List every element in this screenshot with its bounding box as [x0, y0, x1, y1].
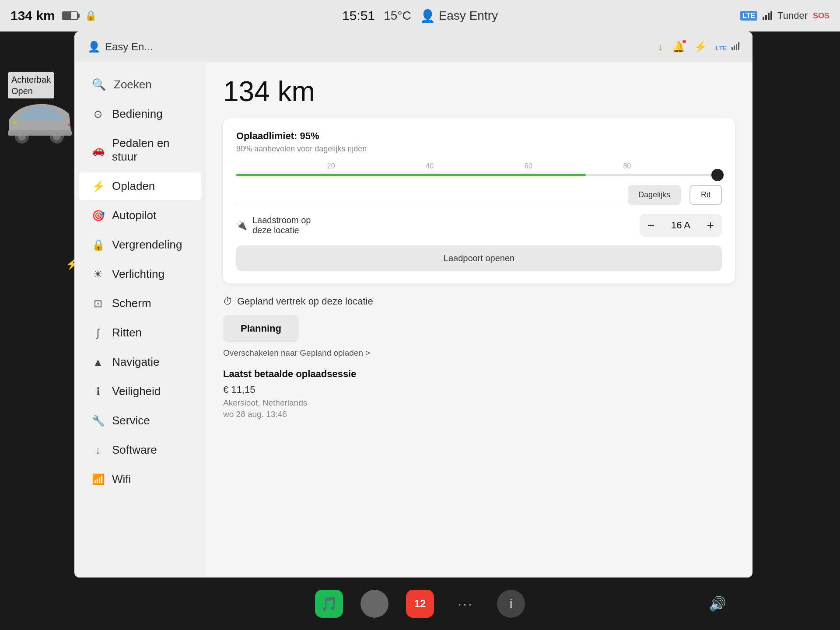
laatste-section: Laatst betaalde oplaadsessie € 11,15 Ake… [223, 368, 735, 419]
bottom-dock: 🎵 12 ··· i 🔊 [0, 578, 840, 630]
laatste-amount: € 11,15 [223, 384, 735, 396]
current-value: 16 A [662, 220, 699, 231]
rit-button[interactable]: Rit [690, 185, 722, 205]
sidebar-item-ritten[interactable]: ∫ Ritten [79, 319, 201, 346]
sidebar-item-pedalen[interactable]: 🚗 Pedalen en stuur [79, 130, 201, 171]
vergrendeling-label: Vergrendeling [112, 238, 182, 252]
slider-thumb[interactable] [711, 169, 724, 181]
download-icon[interactable]: ↓ [658, 41, 663, 53]
current-increase-button[interactable]: + [699, 214, 722, 237]
service-label: Service [112, 414, 150, 427]
scherm-icon: ⊡ [92, 298, 104, 310]
status-temp: 15°C [384, 9, 411, 23]
status-km: 134 km [10, 8, 55, 23]
veiligheid-icon: ℹ [92, 385, 104, 398]
right-panel: 134 km Oplaadlimiet: 95% 80% aanbevolen … [206, 62, 752, 578]
slider-fill [236, 174, 586, 176]
sidebar-item-vergrendeling[interactable]: 🔒 Vergrendeling [79, 231, 201, 259]
dagelijks-button[interactable]: Dagelijks [628, 185, 681, 205]
info-icon: i [510, 597, 512, 611]
sub-profile-label: Easy En... [105, 41, 153, 53]
sidebar-item-verlichting[interactable]: ☀ Verlichting [79, 260, 201, 288]
charge-limit-label: Oplaadlimiet: 95% [236, 130, 722, 142]
laatste-location: Akersloot, Netherlands [223, 398, 735, 408]
sub-profile-icon: 👤 [88, 41, 101, 53]
vergrendeling-icon: 🔒 [92, 239, 104, 251]
charge-card: Oplaadlimiet: 95% 80% aanbevolen voor da… [223, 118, 735, 284]
range-display: 134 km [223, 75, 735, 108]
dock-info[interactable]: i [497, 590, 525, 618]
autopilot-icon: 🎯 [92, 210, 104, 222]
slider-track[interactable] [236, 174, 722, 176]
achterbak-status: Achterbak Open [8, 72, 54, 98]
bluetooth-icon[interactable]: ⚡ [694, 41, 707, 53]
current-row: 🔌 Laadstroom opdeze locatie − 16 A + [236, 205, 722, 237]
search-icon: 🔍 [92, 78, 106, 91]
sidebar-item-software[interactable]: ↓ Software [79, 436, 201, 464]
verlichting-label: Verlichting [112, 267, 164, 281]
planning-button[interactable]: Planning [223, 315, 299, 342]
service-icon: 🔧 [92, 415, 104, 427]
navigatie-icon: ▲ [92, 356, 104, 368]
sub-profile: 👤 Easy En... [88, 41, 153, 53]
carrier-label: Tunder [777, 10, 808, 21]
veiligheid-label: Veiligheid [112, 385, 161, 398]
sidebar-item-wifi[interactable]: 📶 Wifi [79, 466, 201, 493]
status-center: 15:51 15°C 👤 Easy Entry [284, 8, 556, 23]
bell-icon[interactable]: 🔔 [672, 41, 685, 53]
sidebar-item-scherm[interactable]: ⊡ Scherm [79, 290, 201, 317]
sidebar-item-veiligheid[interactable]: ℹ Veiligheid [79, 378, 201, 405]
ritten-label: Ritten [112, 326, 142, 340]
status-right: LTE Tunder SOS [556, 10, 830, 21]
gepland-section: ⏱ Gepland vertrek op deze locatie Planni… [223, 296, 735, 358]
gepland-opladen-link[interactable]: Overschakelen naar Gepland opladen > [223, 348, 735, 358]
dock-calendar[interactable]: 12 [406, 590, 434, 618]
software-label: Software [112, 443, 157, 457]
volume-control[interactable]: 🔊 [709, 595, 726, 612]
sidebar-item-opladen[interactable]: ⚡ Opladen [79, 172, 201, 200]
pedalen-icon: 🚗 [92, 144, 104, 156]
svg-point-6 [68, 123, 70, 126]
svg-point-5 [14, 121, 17, 124]
slider-label-20: 20 [327, 162, 335, 170]
wifi-icon: 📶 [92, 473, 104, 486]
gepland-title-text: Gepland vertrek op deze locatie [237, 296, 373, 307]
sos-label: SOS [813, 11, 830, 21]
opladen-icon: ⚡ [92, 180, 104, 192]
slider-label-60: 60 [525, 162, 532, 170]
sub-status-icons: ↓ 🔔 ⚡ LTE [658, 41, 739, 53]
sidebar-item-autopilot[interactable]: 🎯 Autopilot [79, 202, 201, 229]
dock-circle[interactable] [360, 590, 388, 618]
status-left: 134 km 🔒 [10, 8, 284, 23]
clock-icon: ⏱ [223, 296, 233, 307]
dock-spotify[interactable]: 🎵 [315, 590, 343, 618]
battery-icon [62, 11, 78, 20]
more-icon: ··· [458, 596, 473, 612]
sidebar-item-service[interactable]: 🔧 Service [79, 407, 201, 434]
current-controls: − 16 A + [640, 214, 722, 237]
wifi-label: Wifi [112, 472, 131, 486]
dock-more[interactable]: ··· [452, 590, 480, 618]
laadpoort-button[interactable]: Laadpoort openen [236, 245, 722, 271]
slider-container[interactable] [236, 174, 722, 176]
sidebar-item-navigatie[interactable]: ▲ Navigatie [79, 348, 201, 376]
sidebar: 🔍 Zoeken ⊙ Bediening 🚗 Pedalen en stuur … [74, 62, 206, 578]
ritten-icon: ∫ [92, 327, 104, 339]
opladen-label: Opladen [112, 179, 155, 193]
software-icon: ↓ [92, 444, 104, 456]
current-decrease-button[interactable]: − [640, 214, 662, 237]
laatste-title: Laatst betaalde oplaadsessie [223, 368, 735, 380]
speaker-icon: 🔊 [709, 596, 726, 612]
sidebar-search[interactable]: 🔍 Zoeken [79, 71, 201, 98]
navigatie-label: Navigatie [112, 355, 159, 369]
slider-labels: 20 40 60 80 [236, 162, 722, 170]
gepland-title: ⏱ Gepland vertrek op deze locatie [223, 296, 735, 307]
search-label: Zoeken [114, 78, 152, 91]
car-svg [4, 101, 74, 144]
bediening-label: Bediening [112, 107, 163, 121]
slider-mode-buttons: Dagelijks Rit [236, 185, 722, 205]
laatste-date: wo 28 aug. 13:46 [223, 410, 735, 419]
main-content: 🔍 Zoeken ⊙ Bediening 🚗 Pedalen en stuur … [74, 62, 752, 578]
verlichting-icon: ☀ [92, 268, 104, 280]
sidebar-item-bediening[interactable]: ⊙ Bediening [79, 100, 201, 128]
